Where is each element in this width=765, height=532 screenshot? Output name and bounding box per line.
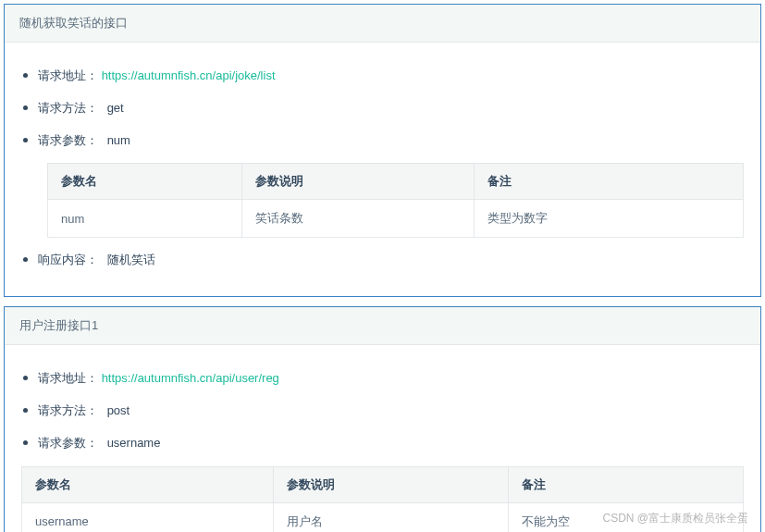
req-params-value: username (107, 436, 161, 450)
params-table-wrap: 参数名 参数说明 备注 username 用户名 不能为空 (21, 466, 744, 532)
req-params-line: 请求参数： username (21, 434, 744, 453)
resp-label: 响应内容： (38, 253, 98, 266)
col-name: 参数名 (48, 164, 242, 200)
meta-list: 请求地址： https://autumnfish.cn/api/user/reg… (21, 369, 744, 452)
col-desc: 参数说明 (242, 164, 475, 200)
panel-title: 用户注册接口1 (5, 307, 760, 345)
req-url-label: 请求地址： (38, 371, 98, 385)
cell-desc: 笑话条数 (242, 200, 475, 238)
params-table-wrap: 参数名 参数说明 备注 num 笑话条数 类型为数字 (21, 163, 744, 238)
meta-list: 请求地址： https://autumnfish.cn/api/joke/lis… (21, 67, 744, 150)
req-url-line: 请求地址： https://autumnfish.cn/api/joke/lis… (21, 67, 744, 86)
req-params-line: 请求参数： num (21, 131, 744, 151)
table-row: num 笑话条数 类型为数字 (48, 200, 744, 238)
req-method-label: 请求方法： (38, 101, 98, 115)
table-header-row: 参数名 参数说明 备注 (48, 164, 744, 200)
req-url-label: 请求地址： (38, 68, 98, 82)
params-table: 参数名 参数说明 备注 num 笑话条数 类型为数字 (47, 163, 744, 238)
req-params-label: 请求参数： (38, 133, 98, 147)
panel-body: 请求地址： https://autumnfish.cn/api/joke/lis… (5, 43, 760, 296)
params-table: 参数名 参数说明 备注 username 用户名 不能为空 (21, 466, 744, 532)
panel-body: 请求地址： https://autumnfish.cn/api/user/reg… (5, 345, 760, 532)
table-header-row: 参数名 参数说明 备注 (22, 466, 744, 502)
cell-name: num (48, 200, 242, 238)
api-panel-joke: 随机获取笑话的接口 请求地址： https://autumnfish.cn/ap… (4, 4, 761, 297)
cell-name: username (22, 502, 274, 532)
meta-list-bottom: 响应内容： 随机笑话 (21, 251, 744, 270)
col-desc: 参数说明 (274, 466, 509, 502)
panel-title: 随机获取笑话的接口 (5, 5, 760, 43)
api-url-link[interactable]: https://autumnfish.cn/api/joke/list (102, 68, 276, 82)
api-panel-reg: 用户注册接口1 请求地址： https://autumnfish.cn/api/… (4, 306, 761, 532)
api-url-link[interactable]: https://autumnfish.cn/api/user/reg (102, 371, 279, 385)
req-method-value: post (107, 403, 130, 417)
req-method-line: 请求方法： post (21, 402, 744, 421)
cell-note: 不能为空 (509, 502, 744, 532)
col-name: 参数名 (22, 466, 274, 502)
req-method-label: 请求方法： (38, 403, 98, 417)
req-url-line: 请求地址： https://autumnfish.cn/api/user/reg (21, 369, 744, 389)
req-params-value: num (107, 133, 130, 147)
table-row: username 用户名 不能为空 (22, 502, 744, 532)
resp-line: 响应内容： 随机笑话 (21, 251, 744, 270)
resp-value: 随机笑话 (107, 253, 155, 266)
req-method-value: get (107, 101, 124, 115)
req-method-line: 请求方法： get (21, 99, 744, 118)
col-note: 备注 (509, 466, 744, 502)
cell-desc: 用户名 (274, 502, 509, 532)
cell-note: 类型为数字 (475, 200, 744, 238)
req-params-label: 请求参数： (38, 436, 98, 450)
col-note: 备注 (475, 164, 744, 200)
